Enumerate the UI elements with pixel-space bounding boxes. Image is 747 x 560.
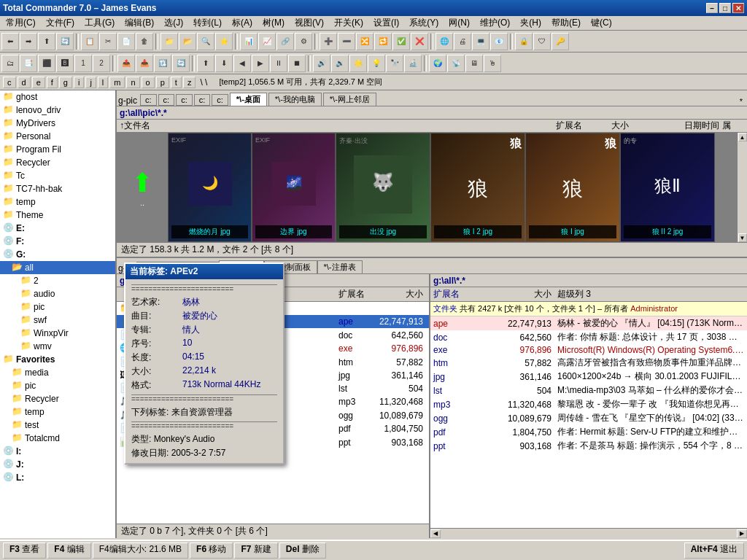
- tree-item[interactable]: ghost: [0, 90, 115, 104]
- tb-btn[interactable]: ▶: [252, 55, 269, 72]
- menu-item[interactable]: 夹(H): [516, 15, 546, 31]
- tree-item[interactable]: TC7-hh-bak: [0, 182, 115, 195]
- f4-edit-button[interactable]: F4 编辑: [47, 542, 90, 559]
- tb-btn[interactable]: 📥: [136, 55, 153, 72]
- tree-item[interactable]: Totalcmd: [0, 432, 115, 445]
- tb-btn[interactable]: 📄: [117, 33, 135, 50]
- drive-z[interactable]: z: [183, 77, 196, 88]
- tree-drive-g[interactable]: 💿G:: [0, 248, 115, 261]
- tab-desktop[interactable]: *\-桌面: [230, 93, 267, 106]
- scroll-down[interactable]: ▼: [738, 233, 747, 242]
- del-button[interactable]: Del 删除: [279, 542, 326, 559]
- tree-item[interactable]: pic: [0, 379, 115, 392]
- tb-btn[interactable]: ✅: [392, 33, 410, 50]
- tb-btn[interactable]: 💻: [472, 33, 489, 50]
- tb-btn[interactable]: 🔬: [404, 55, 422, 72]
- tb-btn[interactable]: ➕: [320, 33, 337, 50]
- tab-mycomputer[interactable]: *\-我的电脑: [268, 93, 322, 106]
- menu-item[interactable]: 常用(C): [1, 15, 40, 31]
- tree-item[interactable]: temp: [0, 195, 115, 209]
- tb-btn[interactable]: 🌍: [429, 55, 446, 72]
- tb-btn[interactable]: ◀: [233, 55, 251, 72]
- drive-j[interactable]: j: [85, 77, 96, 88]
- tb-btn[interactable]: 💡: [368, 55, 385, 72]
- detail-row-ppt[interactable]: ppt 903,168 作者: 不是茶马 标题: 操作演示，554 个字，8 个…: [430, 439, 747, 453]
- tb-btn[interactable]: 📁: [160, 33, 178, 50]
- menu-item[interactable]: 选(J): [160, 15, 187, 31]
- drive-tab[interactable]: c:: [194, 94, 211, 106]
- image-thumb-5[interactable]: 狼 狼 狼 I jpg: [525, 133, 620, 242]
- detail-row-lst[interactable]: lst 504 M:\media-mp3\03 马萃如 – 什么样的爱你才会懂.…: [430, 384, 747, 397]
- tb-btn[interactable]: ⏸: [270, 55, 287, 72]
- tb-btn[interactable]: 🌟: [349, 55, 367, 72]
- tb-btn[interactable]: 🅱: [56, 55, 74, 72]
- tb-btn[interactable]: 🔒: [515, 33, 533, 50]
- drive-d[interactable]: d: [18, 77, 31, 88]
- detail-row-doc[interactable]: doc 642,560 作者: 你情 标题: 总体设计，共 17 页，3038 …: [430, 330, 747, 344]
- tb-btn[interactable]: 📧: [490, 33, 508, 50]
- tb-btn[interactable]: 📊: [240, 33, 258, 50]
- image-thumb-1[interactable]: EXIF 🌙 燃烧的月 jpg: [168, 133, 252, 242]
- tb-btn[interactable]: 🔍: [197, 33, 214, 50]
- tb-btn[interactable]: ⚙: [295, 33, 312, 50]
- tree-item[interactable]: WinxpVir: [0, 327, 115, 340]
- menu-item[interactable]: 标(A): [228, 15, 257, 31]
- detail-row-pdf[interactable]: pdf 1,804,750 作者: Hermit 标题: Serv-U FTP的…: [430, 425, 747, 439]
- tree-item[interactable]: Program Fil: [0, 143, 115, 156]
- altf4-exit-button[interactable]: Alt+F4 退出: [684, 542, 744, 559]
- tb-btn[interactable]: 🔄: [56, 33, 74, 50]
- tb-btn[interactable]: 📂: [179, 33, 196, 50]
- tb-btn[interactable]: 2: [93, 55, 110, 72]
- parent-folder[interactable]: ⬆ ..: [117, 133, 168, 242]
- tb-btn[interactable]: 🔉: [331, 55, 349, 72]
- tb-btn[interactable]: 🔃: [154, 55, 171, 72]
- tree-item[interactable]: Tc: [0, 169, 115, 182]
- maximize-button[interactable]: □: [719, 3, 731, 13]
- tab-registry[interactable]: *\-注册表: [317, 260, 363, 273]
- tree-item[interactable]: temp: [0, 405, 115, 419]
- tb-btn[interactable]: 🌐: [436, 33, 453, 50]
- tree-item[interactable]: MyDrivers: [0, 117, 115, 130]
- tree-item[interactable]: test: [0, 419, 115, 432]
- image-thumb-6[interactable]: 的专 狼Ⅱ 狼 II 2 jpg: [620, 133, 715, 242]
- drive-g[interactable]: g: [59, 77, 72, 88]
- drive-p[interactable]: p: [156, 77, 169, 88]
- drive-tab[interactable]: c:: [158, 94, 175, 106]
- drive-m[interactable]: m: [109, 77, 125, 88]
- tb-btn[interactable]: 📑: [20, 55, 37, 72]
- tree-drive-e[interactable]: 💿E:: [0, 222, 115, 235]
- image-thumb-2[interactable]: EXIF 🌌 边界 jpg: [252, 133, 336, 242]
- tree-item[interactable]: Personal: [0, 130, 115, 143]
- col-ext[interactable]: 扩展名: [338, 288, 368, 300]
- tree-item-all[interactable]: all: [0, 261, 115, 274]
- drive-i[interactable]: i: [74, 77, 84, 88]
- tb-btn[interactable]: 🗂: [1, 55, 19, 72]
- tb-btn[interactable]: 🔗: [276, 33, 294, 50]
- hscroll-right[interactable]: ▶: [737, 529, 747, 538]
- tree-item[interactable]: lenovo_driv: [0, 104, 115, 117]
- menu-item[interactable]: 维护(O): [476, 15, 514, 31]
- menu-item[interactable]: 键(C): [587, 15, 616, 31]
- image-thumb-4[interactable]: 狼 狼 狼 I 2 jpg: [430, 133, 525, 242]
- scroll-up[interactable]: ▲: [738, 133, 747, 141]
- menu-item[interactable]: 设置(I): [369, 15, 403, 31]
- col-filename[interactable]: ↑文件名: [120, 120, 236, 132]
- tb-btn[interactable]: 1: [74, 55, 92, 72]
- tb-btn[interactable]: 🔭: [386, 55, 403, 72]
- tree-item[interactable]: Recycler: [0, 156, 115, 169]
- drive-n[interactable]: n: [126, 77, 139, 88]
- drive-tab[interactable]: c:: [140, 94, 157, 106]
- col-size[interactable]: 大小: [492, 288, 557, 300]
- tb-btn[interactable]: 📤: [117, 55, 135, 72]
- detail-hscrollbar[interactable]: ◀ ▶: [430, 528, 747, 538]
- drive-tab[interactable]: c:: [176, 94, 193, 106]
- menu-item[interactable]: 树(M): [258, 15, 289, 31]
- tb-btn[interactable]: 🗑: [136, 33, 153, 50]
- detail-row-ogg[interactable]: ogg 10,089,679 周传雄 - 雪在飞 『星空下的传说』 [04:02…: [430, 411, 747, 425]
- tb-btn[interactable]: 🛡: [533, 33, 551, 50]
- menu-item[interactable]: 帮助(E): [547, 15, 585, 31]
- col-size[interactable]: 大小: [585, 120, 629, 132]
- tab-network[interactable]: *\-网上邻居: [323, 93, 376, 106]
- tree-drive-i[interactable]: 💿I:: [0, 445, 115, 458]
- tb-btn[interactable]: ➖: [338, 33, 355, 50]
